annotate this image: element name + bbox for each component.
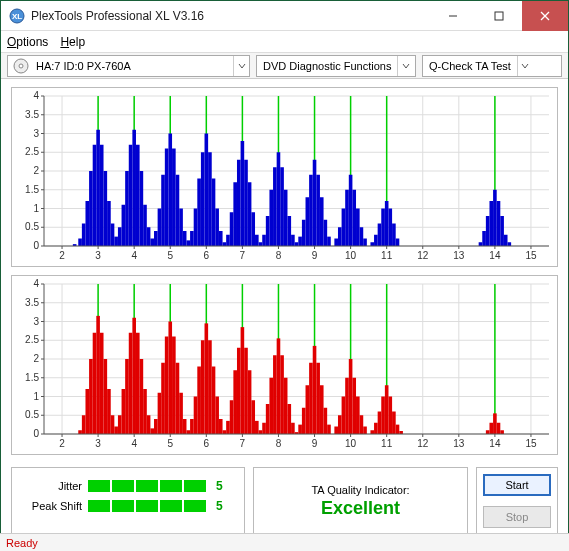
svg-rect-237 <box>143 389 147 434</box>
menubar: Options Help <box>1 31 568 53</box>
svg-rect-99 <box>284 190 288 246</box>
charts-area: 00.511.522.533.5423456789101112131415 00… <box>1 79 568 461</box>
svg-rect-92 <box>259 242 263 246</box>
menu-help[interactable]: Help <box>60 35 85 49</box>
start-button[interactable]: Start <box>483 474 551 496</box>
svg-text:13: 13 <box>453 438 465 449</box>
svg-rect-57 <box>132 130 136 246</box>
svg-rect-42 <box>78 239 82 247</box>
close-button[interactable] <box>522 1 568 31</box>
svg-rect-239 <box>150 428 154 434</box>
svg-text:4: 4 <box>131 250 137 261</box>
svg-rect-73 <box>190 231 194 246</box>
svg-rect-274 <box>277 338 281 434</box>
svg-rect-243 <box>165 337 169 435</box>
svg-rect-252 <box>197 367 201 435</box>
svg-rect-261 <box>230 400 234 434</box>
svg-rect-82 <box>223 242 227 246</box>
peakshift-value: 5 <box>216 499 223 513</box>
svg-rect-305 <box>396 425 400 434</box>
svg-rect-125 <box>385 201 389 246</box>
svg-rect-43 <box>82 224 86 247</box>
svg-text:7: 7 <box>240 250 246 261</box>
svg-rect-232 <box>125 359 129 434</box>
svg-rect-86 <box>237 160 241 246</box>
svg-text:0: 0 <box>33 240 39 251</box>
svg-rect-90 <box>251 212 255 246</box>
svg-rect-52 <box>114 237 118 246</box>
svg-rect-238 <box>147 415 151 434</box>
svg-rect-240 <box>154 419 158 434</box>
svg-text:12: 12 <box>417 250 429 261</box>
svg-rect-120 <box>363 239 367 247</box>
menu-options[interactable]: Options <box>7 35 48 49</box>
svg-rect-77 <box>205 134 209 247</box>
svg-rect-103 <box>298 237 302 246</box>
quality-label: TA Quality Indicator: <box>311 484 409 496</box>
svg-rect-67 <box>168 134 172 247</box>
svg-text:9: 9 <box>312 438 318 449</box>
svg-rect-289 <box>334 427 338 435</box>
svg-rect-109 <box>320 197 324 246</box>
svg-rect-286 <box>320 385 324 434</box>
svg-text:2.5: 2.5 <box>25 146 39 157</box>
drive-selector[interactable]: HA:7 ID:0 PX-760A <box>7 55 250 77</box>
jitter-value: 5 <box>216 479 223 493</box>
svg-rect-278 <box>291 423 295 434</box>
svg-rect-133 <box>493 190 497 246</box>
svg-rect-101 <box>291 235 295 246</box>
svg-text:14: 14 <box>489 438 501 449</box>
svg-text:0.5: 0.5 <box>25 221 39 232</box>
svg-rect-56 <box>129 145 133 246</box>
svg-rect-249 <box>186 430 190 434</box>
svg-rect-58 <box>136 145 140 246</box>
svg-rect-251 <box>194 397 198 435</box>
svg-rect-281 <box>302 408 306 434</box>
svg-rect-95 <box>269 190 273 246</box>
svg-rect-295 <box>356 397 360 435</box>
svg-rect-49 <box>104 171 108 246</box>
svg-rect-79 <box>212 179 216 247</box>
svg-rect-307 <box>486 430 490 434</box>
svg-rect-265 <box>244 348 248 434</box>
svg-text:5: 5 <box>167 438 173 449</box>
svg-rect-288 <box>327 425 331 434</box>
svg-rect-51 <box>111 224 115 247</box>
svg-rect-127 <box>392 224 396 247</box>
svg-text:0.5: 0.5 <box>25 409 39 420</box>
svg-rect-222 <box>89 359 93 434</box>
svg-text:15: 15 <box>525 438 537 449</box>
svg-rect-87 <box>241 141 245 246</box>
svg-rect-267 <box>251 400 255 434</box>
svg-rect-287 <box>324 408 328 434</box>
svg-text:10: 10 <box>345 250 357 261</box>
svg-rect-54 <box>122 205 126 246</box>
svg-text:4: 4 <box>33 278 39 289</box>
svg-text:7: 7 <box>240 438 246 449</box>
svg-rect-269 <box>259 430 263 434</box>
svg-rect-83 <box>226 235 230 246</box>
svg-rect-106 <box>309 175 313 246</box>
svg-rect-301 <box>381 397 385 435</box>
minimize-button[interactable] <box>430 1 476 30</box>
svg-rect-271 <box>266 404 270 434</box>
svg-rect-262 <box>233 370 237 434</box>
svg-rect-280 <box>298 425 302 434</box>
svg-text:12: 12 <box>417 438 429 449</box>
svg-rect-88 <box>244 160 248 246</box>
svg-text:3: 3 <box>95 438 101 449</box>
svg-text:4: 4 <box>33 90 39 101</box>
svg-rect-46 <box>93 145 97 246</box>
svg-text:XL: XL <box>12 12 22 21</box>
function-selector[interactable]: DVD Diagnostic Functions <box>256 55 416 77</box>
test-selector[interactable]: Q-Check TA Test <box>422 55 562 77</box>
actions-group: Start Stop <box>476 467 558 535</box>
svg-text:2.5: 2.5 <box>25 334 39 345</box>
svg-rect-275 <box>280 355 284 434</box>
svg-text:0: 0 <box>33 428 39 439</box>
maximize-button[interactable] <box>476 1 522 30</box>
svg-rect-223 <box>93 333 97 434</box>
svg-rect-111 <box>327 237 331 246</box>
svg-rect-297 <box>363 427 367 435</box>
svg-text:3.5: 3.5 <box>25 297 39 308</box>
